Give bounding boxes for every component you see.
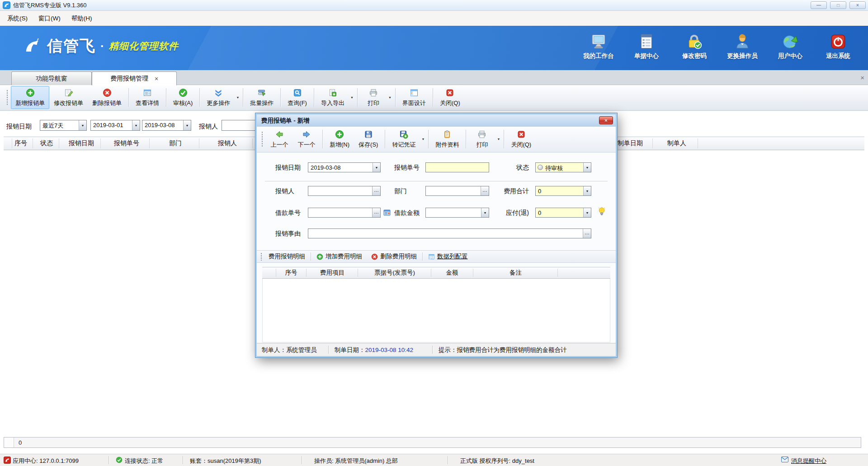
more-actions-dropdown-icon[interactable] [235,86,241,109]
column-header[interactable]: 报销单号 [102,137,151,150]
quick-item-user-center[interactable]: 用户中心 [768,33,813,60]
column-header[interactable]: 报销日期 [61,137,102,150]
audit-button[interactable]: 审核(A) [169,86,197,109]
report-no-input[interactable] [425,162,489,172]
restore-button[interactable]: □ [830,1,846,9]
date-to-combo[interactable]: 2019-03-08 [142,120,191,131]
print-dropdown-icon[interactable] [387,86,393,109]
chevron-down-icon[interactable] [132,120,140,130]
query-button[interactable]: 查询(F) [283,86,311,109]
total-value: 0 [536,186,583,195]
chevron-down-icon[interactable] [583,163,591,172]
loan-no-input[interactable] [308,208,372,217]
batch-actions-button[interactable]: 批量操作 [245,86,278,109]
tab-close-icon[interactable]: × [155,76,158,82]
previous-record-button[interactable]: 上一个 [266,128,293,151]
dialog-title-bar[interactable]: 费用报销单 - 新增 [257,114,616,127]
toolbar-grip [6,90,8,105]
column-header[interactable]: 序号 [9,137,33,150]
date-preset-combo[interactable]: 最近7天 [40,120,87,131]
column-divider [431,269,431,277]
attachment-button[interactable]: 附件资料 [431,128,463,151]
tabstrip-close-icon[interactable]: × [860,74,864,81]
column-header[interactable]: 部门 [151,137,200,150]
delete-detail-button[interactable]: 删除费用明细 [367,252,421,261]
column-config-button[interactable]: 数据列配置 [424,252,472,261]
chevron-down-icon[interactable] [481,208,489,217]
toolbar-separator [433,88,433,107]
column-header[interactable]: 报销人 [201,137,254,150]
status-combo[interactable]: 待审核 [535,162,591,172]
dialog-close-button[interactable]: × [599,116,613,124]
ellipsis-lookup-icon[interactable] [372,186,380,195]
print-button[interactable]: 打印 [360,86,387,109]
chevron-down-icon[interactable] [583,208,591,217]
detail-column-header[interactable]: 费用项目 [307,267,358,278]
chevron-down-icon[interactable] [373,163,380,172]
import-export-dropdown-icon[interactable] [349,86,355,109]
total-combo[interactable]: 0 [535,186,591,196]
detail-column-header[interactable]: 备注 [474,267,557,278]
add-detail-button[interactable]: 增加费用明细 [312,252,367,261]
ellipsis-lookup-icon[interactable] [372,208,380,217]
more-actions-button[interactable]: 更多操作 [202,86,235,109]
detail-column-header[interactable]: 票据号(发票号) [359,267,431,278]
ellipsis-lookup-icon[interactable] [481,186,489,195]
button-label: 删除报销单 [92,99,122,107]
post-voucher-dropdown-icon[interactable] [420,128,426,151]
ui-design-button[interactable]: 界面设计 [398,86,430,109]
date-from-combo[interactable]: 2019-03-01 [90,120,140,131]
dialog-close-q-button[interactable]: 关闭(Q) [506,128,536,151]
close-tab-button[interactable]: 关闭(Q) [435,86,465,109]
quick-item-document-center[interactable]: 单据中心 [624,33,669,60]
view-detail-button[interactable]: 查看详情 [131,86,164,109]
dialog-print-button[interactable]: 打印 [468,128,495,151]
next-record-button[interactable]: 下一个 [293,128,320,151]
edit-voucher-button[interactable]: 修改报销单 [49,86,88,109]
column-header[interactable]: 状态 [34,137,59,150]
report-date-combo[interactable]: 2019-03-08 [308,162,381,172]
column-divider [100,138,101,148]
button-label: 批量操作 [250,99,274,107]
quick-item-change-password[interactable]: 修改密码 [672,33,717,60]
tab-expense-reimbursement[interactable]: 费用报销管理 × [92,71,177,86]
close-button[interactable]: × [849,1,866,9]
save-button[interactable]: 保存(S) [354,128,382,151]
chevron-down-icon[interactable] [583,186,591,195]
detail-column-header[interactable]: 金额 [432,267,472,278]
tab-function-navigator[interactable]: 功能导航窗 [11,71,92,85]
menu-window[interactable]: 窗口(W) [33,12,66,25]
quick-item-workbench[interactable]: 我的工作台 [576,33,621,60]
reason-input[interactable] [308,229,583,238]
loan-no-label: 借款单号 [275,208,301,218]
detail-grid-header[interactable]: 序号 费用项目 票据号(发票号) 金额 备注 [262,267,610,279]
brand-separator: · [100,39,104,53]
person-input[interactable] [308,186,372,195]
hint-lightbulb-icon[interactable] [598,207,606,217]
detail-column-header[interactable]: 序号 [278,267,305,278]
ellipsis-lookup-icon[interactable] [583,229,591,238]
loan-amount-combo[interactable] [425,208,489,218]
audit-icon [179,88,188,97]
quick-item-switch-operator[interactable]: 更换操作员 [720,33,765,60]
message-center-link[interactable]: 消息提醒中心 [791,457,826,465]
quick-item-exit-system[interactable]: 退出系统 [816,33,861,60]
loan-lookup-icon[interactable] [383,209,391,216]
delete-voucher-button[interactable]: 删除报销单 [88,86,126,109]
chevron-down-icon[interactable] [79,120,86,130]
column-divider [12,138,12,148]
menu-help[interactable]: 帮助(H) [66,12,98,25]
column-header[interactable]: 制单人 [654,137,699,150]
payable-combo[interactable]: 0 [535,208,591,218]
message-envelope-icon[interactable] [781,456,788,462]
add-voucher-button[interactable]: 新增报销单 [11,86,49,109]
document-center-icon [638,33,655,50]
chevron-down-icon[interactable] [183,120,191,130]
dialog-print-dropdown-icon[interactable] [495,128,501,151]
import-export-button[interactable]: 导入导出 [316,86,349,109]
post-voucher-button[interactable]: 转记凭证 [387,128,420,151]
minimize-button[interactable]: — [811,1,827,9]
new-record-button[interactable]: 新增(N) [325,128,354,151]
menu-system[interactable]: 系统(S) [2,12,33,25]
department-input[interactable] [426,186,481,195]
